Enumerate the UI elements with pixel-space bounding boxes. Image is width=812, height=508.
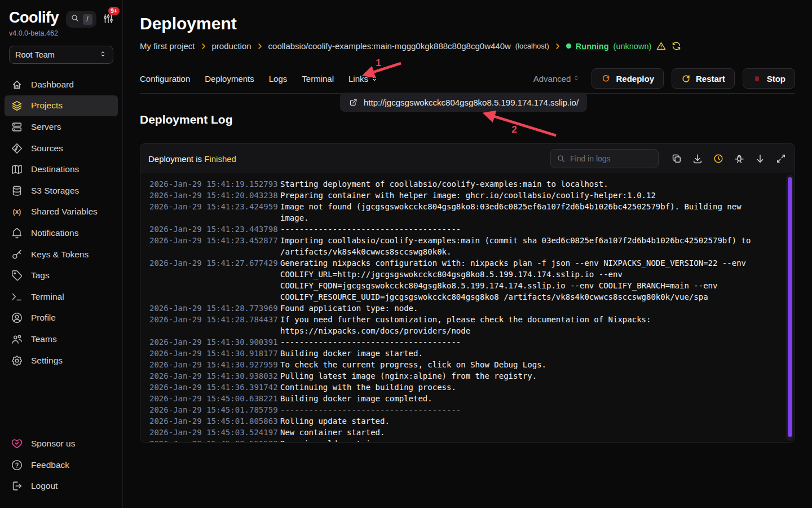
log-timestamp: 2026-Jan-29 15:41:20.043238 xyxy=(149,190,280,201)
find-in-logs-box xyxy=(550,149,659,168)
breadcrumb-item[interactable]: coollabsio/coolify-examples:main-mggg0kg… xyxy=(268,41,511,51)
debug-icon[interactable] xyxy=(734,153,745,164)
copy-icon[interactable] xyxy=(671,153,682,164)
log-message: -------------------------------------- xyxy=(280,224,770,235)
chevron-right-icon xyxy=(554,42,562,50)
log-scrollbar-thumb[interactable] xyxy=(788,177,792,437)
log-message: -------------------------------------- xyxy=(280,336,770,348)
advanced-dropdown[interactable]: Advanced xyxy=(533,74,581,84)
breadcrumb-item[interactable]: My first project xyxy=(140,41,195,51)
notifications-filter-button[interactable]: 9+ xyxy=(102,12,114,27)
links-dropdown-url-text: http://jgcgsgswokcckc804gsg8ko8.5.199.17… xyxy=(364,98,579,107)
heart-icon xyxy=(10,437,24,450)
advanced-label: Advanced xyxy=(533,74,571,84)
sidebar-item-teams[interactable]: Teams xyxy=(5,329,118,350)
log-entry: 2026-Jan-29 15:41:30.900391-------------… xyxy=(149,336,770,348)
sidebar-item-profile[interactable]: Profile xyxy=(5,308,118,329)
warning-icon[interactable] xyxy=(656,41,667,51)
sidebar-item-settings[interactable]: Settings xyxy=(5,350,118,371)
log-entry: 2026-Jan-29 15:41:19.152793Starting depl… xyxy=(149,178,770,190)
page-title: Deployment xyxy=(140,14,795,34)
search-icon xyxy=(557,154,566,165)
sidebar-item-tags[interactable]: Tags xyxy=(5,265,118,286)
breadcrumb-item[interactable]: production xyxy=(212,41,251,51)
tab-terminal[interactable]: Terminal xyxy=(302,68,334,89)
sidebar-item-terminal[interactable]: Terminal xyxy=(5,286,118,308)
log-entry: 2026-Jan-29 15:41:30.938032Pulling lates… xyxy=(149,370,770,382)
find-in-logs-input[interactable] xyxy=(551,150,658,168)
sidebar-item-label: Notifications xyxy=(31,228,78,238)
svg-text:(x): (x) xyxy=(13,208,21,216)
sidebar-item-label: Sources xyxy=(31,143,63,154)
log-timestamp: 2026-Jan-29 15:41:30.918177 xyxy=(149,348,280,359)
redeploy-button[interactable]: Redeploy xyxy=(592,68,664,89)
tab-label: Configuration xyxy=(140,74,190,84)
sidebar-item-sponsor-us[interactable]: Sponsor us xyxy=(5,433,118,454)
tab-configuration[interactable]: Configuration xyxy=(140,68,190,89)
sidebar-item-keys-tokens[interactable]: Keys & Tokens xyxy=(5,244,118,265)
restart-button[interactable]: Restart xyxy=(672,68,735,89)
chevron-right-icon xyxy=(256,42,264,50)
log-entry: 2026-Jan-29 15:41:23.443798-------------… xyxy=(149,224,770,235)
users-icon xyxy=(10,332,24,346)
log-message: Removing old containers. xyxy=(280,438,770,442)
tabs-list: ConfigurationDeploymentsLogsTerminalLink… xyxy=(140,68,393,89)
sidebar-header: Coolify / 9+ xyxy=(0,0,122,28)
links-dropdown-url[interactable]: http://jgcgsgswokcckc804gsg8ko8.5.199.17… xyxy=(340,93,587,112)
team-selector[interactable]: Root Team xyxy=(9,46,113,64)
log-timestamp: 2026-Jan-29 15:41:30.900391 xyxy=(149,336,280,348)
tab-links[interactable]: Links xyxy=(348,68,378,89)
log-timestamp: 2026-Jan-29 15:45:01.785759 xyxy=(149,404,280,415)
tab-logs[interactable]: Logs xyxy=(269,68,288,89)
sidebar-item-shared-variables[interactable]: (x)Shared Variables xyxy=(5,202,118,223)
sidebar-item-sources[interactable]: Sources xyxy=(5,138,118,159)
history-icon[interactable] xyxy=(713,153,724,164)
main-content: Deployment My first projectproductioncoo… xyxy=(123,0,812,508)
log-timestamp: 2026-Jan-29 15:41:19.152793 xyxy=(149,178,280,190)
bell-icon xyxy=(10,226,24,240)
key-icon xyxy=(10,248,24,261)
sidebar-item-label: Terminal xyxy=(31,292,64,302)
log-message: -------------------------------------- xyxy=(280,404,770,415)
tab-deployments[interactable]: Deployments xyxy=(205,68,254,89)
sidebar-item-label: Sponsor us xyxy=(31,439,75,449)
sidebar-item-servers[interactable]: Servers xyxy=(5,116,118,138)
log-entry: 2026-Jan-29 15:45:03.551588Removing old … xyxy=(149,438,770,442)
breadcrumb-host: (localhost) xyxy=(515,42,549,50)
log-scrollbar-track[interactable] xyxy=(786,174,793,441)
sidebar-item-label: Projects xyxy=(31,100,63,111)
deployment-log-panel: Deployment is Finished 2026-Jan-29 15:41… xyxy=(140,143,795,443)
sidebar-item-logout[interactable]: Logout xyxy=(5,475,118,497)
download-icon[interactable] xyxy=(692,153,703,164)
log-timestamp: 2026-Jan-29 15:41:23.452877 xyxy=(149,235,280,257)
log-message: Importing coollabsio/coolify-examples:ma… xyxy=(280,235,770,257)
chevron-selector-icon xyxy=(572,74,580,84)
search-icon xyxy=(70,14,80,25)
sidebar-item-dashboard[interactable]: Dashboard xyxy=(5,74,118,95)
sidebar-item-destinations[interactable]: Destinations xyxy=(5,159,118,180)
log-entry: 2026-Jan-29 15:41:30.927959To check the … xyxy=(149,359,770,370)
sidebar-item-notifications[interactable]: Notifications xyxy=(5,222,118,244)
adjustments-icon xyxy=(102,17,114,27)
global-search-button[interactable]: / xyxy=(66,11,96,28)
sidebar-item-s3-storages[interactable]: S3 Storages xyxy=(5,180,118,202)
refresh-icon[interactable] xyxy=(671,41,682,51)
log-message: Rolling update started. xyxy=(280,415,770,427)
log-entry: 2026-Jan-29 15:45:01.805863Rolling updat… xyxy=(149,415,770,427)
fullscreen-icon[interactable] xyxy=(775,153,787,164)
log-entry: 2026-Jan-29 15:41:27.677429Generating ni… xyxy=(149,257,770,303)
log-entry: 2026-Jan-29 15:41:28.784437If you need f… xyxy=(149,314,770,336)
scroll-bottom-icon[interactable] xyxy=(754,153,766,164)
status-detail: (unknown) xyxy=(614,42,652,51)
sidebar-item-feedback[interactable]: Feedback xyxy=(5,454,118,476)
stop-button[interactable]: Stop xyxy=(743,68,795,89)
sidebar-item-projects[interactable]: Projects xyxy=(5,95,118,117)
sidebar-footer-nav: Sponsor usFeedbackLogout xyxy=(0,433,122,508)
log-message: Preparing container with helper image: g… xyxy=(280,190,770,201)
logout-icon xyxy=(10,479,24,493)
layers-icon xyxy=(10,99,24,112)
stop-icon xyxy=(752,74,762,84)
log-message: To check the current progress, click on … xyxy=(280,359,770,370)
tab-label: Links xyxy=(348,74,368,84)
status-running-link[interactable]: Running xyxy=(576,42,609,51)
